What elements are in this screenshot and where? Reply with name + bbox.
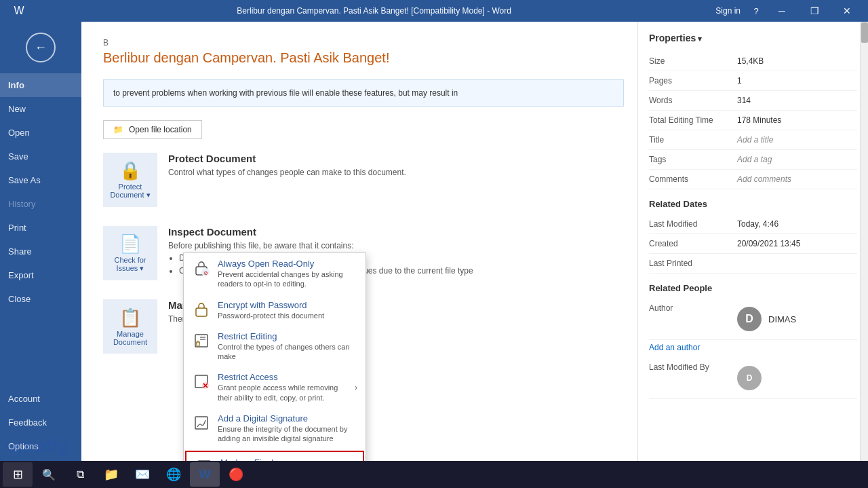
manage-document-button[interactable]: 📋 ManageDocument xyxy=(103,299,157,354)
digital-signature-icon xyxy=(192,415,211,431)
encrypt-text: Encrypt with Password Password-protect t… xyxy=(218,300,324,320)
file-explorer-button[interactable]: 📁 xyxy=(96,462,126,487)
doc-title-label: B xyxy=(103,38,624,48)
compat-text: to prevent problems when working with pr… xyxy=(113,88,458,98)
dropdown-item-restrict-access[interactable]: Restrict Access Grant people access whil… xyxy=(184,367,366,408)
title-bar-title: Berlibur dengan Campervan. Pasti Asik Ba… xyxy=(33,6,715,16)
minimize-button[interactable]: ─ xyxy=(766,0,797,22)
author-name: DIMAS xyxy=(768,314,796,324)
scroll-thumb[interactable] xyxy=(861,22,868,43)
prop-row-size: Size 15,4KB xyxy=(649,52,857,71)
prop-key-comments: Comments xyxy=(649,172,737,186)
properties-title[interactable]: Properties xyxy=(649,33,857,43)
mail-button[interactable]: ✉️ xyxy=(127,462,157,487)
task-view-button[interactable]: ⧉ xyxy=(65,462,95,487)
app-button[interactable]: 🔴 xyxy=(221,462,251,487)
always-read-only-text: Always Open Read-Only Prevent accidental… xyxy=(218,259,357,289)
prop-key-words: Words xyxy=(649,94,737,107)
sidebar-item-open[interactable]: Open xyxy=(0,121,81,145)
check-for-issues-button[interactable]: 📄 Check forIssues ▾ xyxy=(103,226,157,280)
prop-row-title[interactable]: Title Add a title xyxy=(649,130,857,150)
protect-document-text: Protect Document Control what types of c… xyxy=(168,153,406,179)
prop-row-tags[interactable]: Tags Add a tag xyxy=(649,150,857,170)
prop-key-tags: Tags xyxy=(649,153,737,166)
dropdown-item-always-open-read-only[interactable]: ⊘ Always Open Read-Only Prevent accident… xyxy=(184,253,366,295)
sidebar-item-new[interactable]: New xyxy=(0,97,81,121)
manage-icon: 📋 xyxy=(119,307,141,329)
title-bar-app-icon: W xyxy=(5,5,33,17)
dropdown-item-digital-signature[interactable]: Add a Digital Signature Ensure the integ… xyxy=(184,408,366,449)
svg-rect-3 xyxy=(196,308,207,316)
dates-rows: Last Modified Today, 4:46 Created 20/09/… xyxy=(649,214,857,274)
prop-key-size: Size xyxy=(649,54,737,68)
prop-row-created: Created 20/09/2021 13:45 xyxy=(649,234,857,254)
related-dates-title: Related Dates xyxy=(649,199,857,209)
related-people-title: Related People xyxy=(649,283,857,293)
prop-val-tags: Add a tag xyxy=(737,153,772,166)
start-button[interactable]: ⊞ xyxy=(3,462,33,487)
dropdown-item-encrypt-password[interactable]: Encrypt with Password Password-protect t… xyxy=(184,295,366,326)
sign-in-link[interactable]: Sign in xyxy=(715,6,741,16)
dropdown-item-restrict-editing[interactable]: Restrict Editing Control the types of ch… xyxy=(184,326,366,367)
sidebar-item-feedback[interactable]: Feedback xyxy=(0,411,81,434)
sidebar-item-print[interactable]: Print xyxy=(0,216,81,240)
sidebar-item-options[interactable]: Options xyxy=(0,434,81,458)
taskbar: ⊞ 🔍 ⧉ 📁 ✉️ 🌐 W 🔴 xyxy=(0,461,868,488)
back-icon: ← xyxy=(35,41,47,55)
sidebar-item-export[interactable]: Export xyxy=(0,263,81,287)
scrollbar[interactable] xyxy=(860,22,868,488)
sidebar-item-info[interactable]: Info xyxy=(0,73,81,97)
back-button[interactable]: ← xyxy=(26,33,56,62)
prop-row-last-printed: Last Printed xyxy=(649,254,857,274)
protect-button-label: ProtectDocument ▾ xyxy=(110,183,150,200)
restrict-access-icon xyxy=(192,373,211,390)
prop-row-last-modified: Last Modified Today, 4:46 xyxy=(649,214,857,234)
properties-panel: Properties Size 15,4KB Pages 1 Words 314… xyxy=(637,22,868,488)
restrict-access-text: Restrict Access Grant people access whil… xyxy=(218,372,348,402)
author-row: D DIMAS xyxy=(737,307,796,331)
app-body: ← Info New Open Save Save As History Pri… xyxy=(0,22,868,488)
encrypt-icon xyxy=(192,301,211,318)
last-modified-by-row: D xyxy=(737,366,762,390)
prop-val-words: 314 xyxy=(737,94,751,107)
doc-title-section: B Berlibur dengan Campervan. Pasti Asik … xyxy=(103,38,624,66)
prop-key-last-modified-by: Last Modified By xyxy=(649,360,737,374)
prop-row-pages: Pages 1 xyxy=(649,71,857,91)
inspect-icon: 📄 xyxy=(119,233,141,255)
protect-icon: 🔒 xyxy=(119,160,141,181)
prop-val-created: 20/09/2021 13:45 xyxy=(737,237,800,250)
add-author-link[interactable]: Add an author xyxy=(649,343,857,352)
word-button[interactable]: W xyxy=(190,462,220,487)
always-read-only-icon: ⊘ xyxy=(192,260,211,276)
prop-key-last-modified: Last Modified xyxy=(649,217,737,231)
prop-key-last-printed: Last Printed xyxy=(649,257,737,270)
sidebar-item-save[interactable]: Save xyxy=(0,145,81,168)
protect-document-button[interactable]: 🔒 ProtectDocument ▾ xyxy=(103,153,157,207)
prop-key-title: Title xyxy=(649,133,737,147)
open-file-location-button[interactable]: 📁 Open file location xyxy=(103,120,202,139)
sidebar-item-share[interactable]: Share xyxy=(0,240,81,263)
window-controls: ─ ❐ ✕ xyxy=(766,0,863,22)
help-button[interactable]: ? xyxy=(746,0,766,22)
prop-val-title: Add a title xyxy=(737,133,773,147)
last-modified-by-avatar: D xyxy=(737,366,762,390)
sidebar-item-save-as[interactable]: Save As xyxy=(0,168,81,192)
inspect-document-title: Inspect Document xyxy=(168,226,473,238)
sidebar-item-account[interactable]: Account xyxy=(0,387,81,411)
restrict-access-arrow: › xyxy=(355,383,357,392)
svg-rect-12 xyxy=(195,417,208,429)
doc-title-text: Berlibur dengan Campervan. Pasti Asik Ba… xyxy=(103,50,624,66)
close-button[interactable]: ✕ xyxy=(831,0,863,22)
manage-button-label: ManageDocument xyxy=(113,330,147,346)
prop-row-comments[interactable]: Comments Add comments xyxy=(649,170,857,189)
protect-document-section: 🔒 ProtectDocument ▾ Protect Document Con… xyxy=(103,153,624,207)
prop-key-author: Author xyxy=(649,301,737,315)
sidebar-item-close[interactable]: Close xyxy=(0,287,81,311)
folder-icon: 📁 xyxy=(113,125,123,134)
restore-button[interactable]: ❐ xyxy=(799,0,830,22)
search-button[interactable]: 🔍 xyxy=(34,462,64,487)
inspect-document-desc: Before publishing this file, be aware th… xyxy=(168,240,473,252)
svg-rect-4 xyxy=(195,335,208,347)
prop-row-words: Words 314 xyxy=(649,91,857,111)
edge-button[interactable]: 🌐 xyxy=(159,462,189,487)
